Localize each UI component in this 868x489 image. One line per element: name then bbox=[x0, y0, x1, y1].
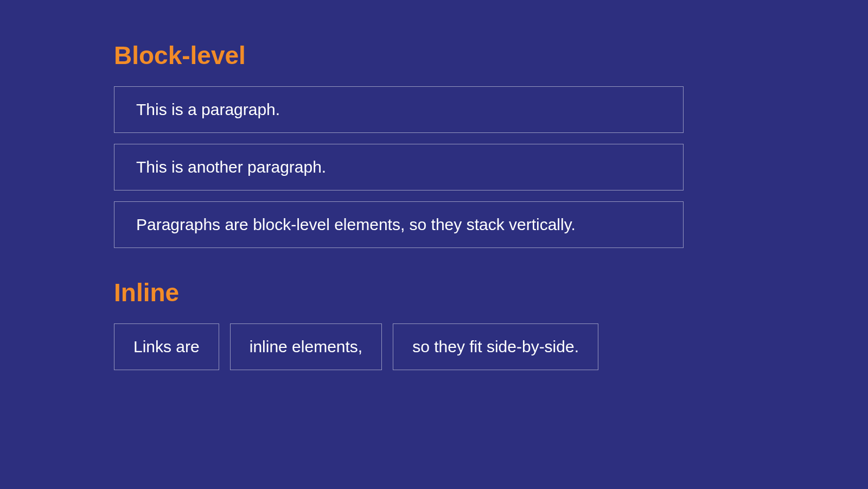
inline-section: Inline Links are inline elements, so the… bbox=[114, 278, 754, 370]
block-paragraph-1: This is a paragraph. bbox=[114, 86, 684, 133]
block-level-heading: Block-level bbox=[114, 41, 754, 70]
inline-item-2: inline elements, bbox=[230, 323, 382, 370]
inline-item-3: so they fit side-by-side. bbox=[393, 323, 598, 370]
inline-container: Links are inline elements, so they fit s… bbox=[114, 323, 754, 370]
block-paragraph-3: Paragraphs are block-level elements, so … bbox=[114, 201, 684, 248]
block-paragraph-2: This is another paragraph. bbox=[114, 144, 684, 190]
inline-item-1: Links are bbox=[114, 323, 219, 370]
block-level-section: Block-level This is a paragraph. This is… bbox=[114, 41, 754, 248]
inline-heading: Inline bbox=[114, 278, 754, 307]
